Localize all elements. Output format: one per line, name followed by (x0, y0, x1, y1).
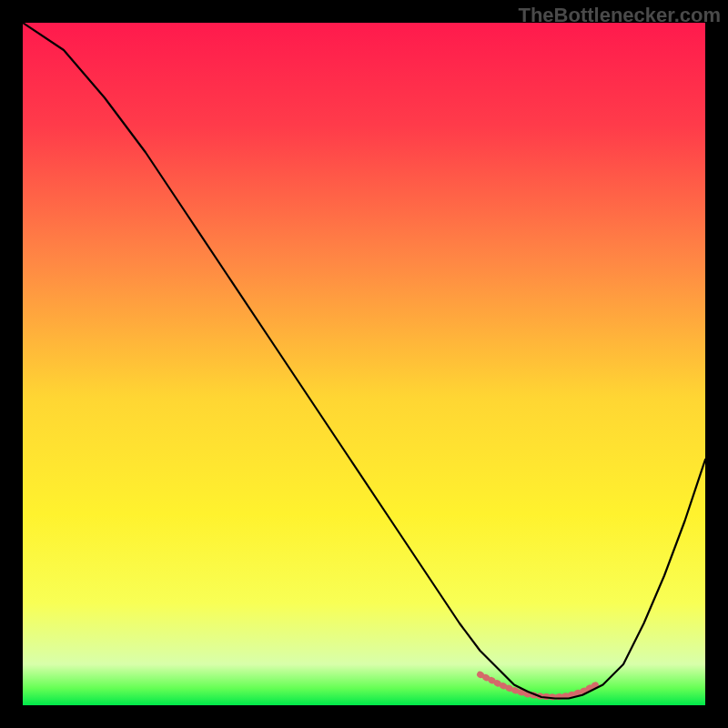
svg-rect-0 (23, 23, 705, 705)
plot-area (23, 23, 705, 705)
watermark-text: TheBottlenecker.com (518, 4, 721, 27)
chart-container: TheBottlenecker.com (0, 0, 728, 728)
chart-background-gradient (23, 23, 705, 705)
